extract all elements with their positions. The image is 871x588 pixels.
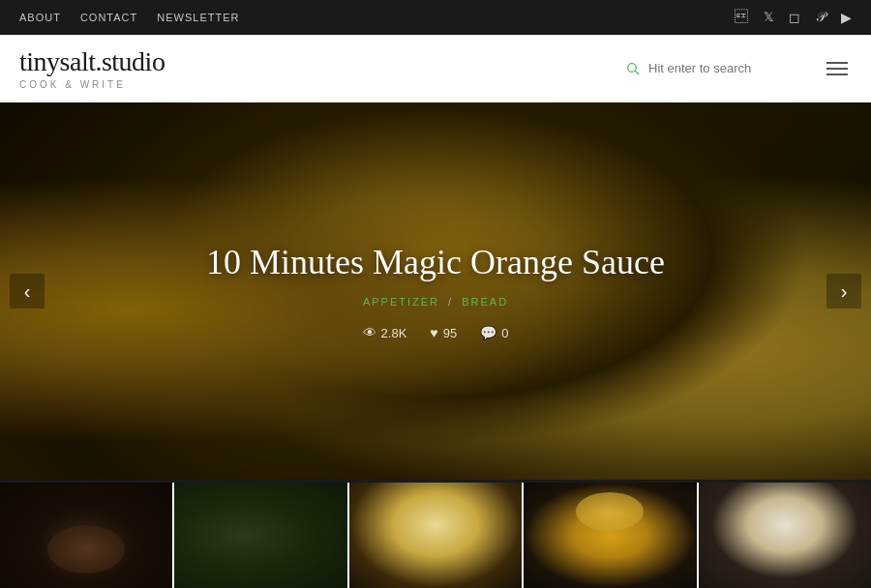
likes-count: 95 [443,326,457,340]
hero-title: 10 Minutes Magic Orange Sauce [206,242,665,282]
thumbnail-3[interactable] [349,483,524,588]
site-logo[interactable]: tinysalt.studio COOK & WRITE [19,46,165,90]
site-header: tinysalt.studio COOK & WRITE [0,35,871,103]
nav-about[interactable]: ABOUT [19,12,61,23]
category-separator: / [448,296,453,308]
hamburger-line3 [826,74,848,75]
logo-main-text: tinysalt.studio [19,46,165,77]
header-right [625,58,852,79]
thumbnail-5[interactable] [699,483,871,588]
thumb-image-2 [174,483,346,588]
comments-stat: 💬 0 [480,325,508,340]
thumb-image-3 [349,483,522,588]
thumbnail-4[interactable] [524,483,698,588]
hamburger-menu[interactable] [823,58,852,79]
thumbnail-2[interactable] [174,483,348,588]
top-nav: ABOUT CONTACT NEWSLETTER [19,12,239,23]
top-bar: ABOUT CONTACT NEWSLETTER  𝕏 ◻ 𝒫 ▶ [0,0,871,35]
slider-prev-button[interactable]: ‹ [10,274,45,309]
logo-sub-text: COOK & WRITE [19,79,126,90]
svg-line-1 [635,71,639,74]
hamburger-line2 [826,68,848,70]
thumb-image-4 [524,483,696,588]
thumb-image-1 [0,483,172,588]
svg-point-0 [628,63,637,72]
slider-next-button[interactable]: › [826,274,861,309]
views-count: 2.8K [381,326,407,340]
hero-category1[interactable]: APPETIZER [363,296,439,308]
hero-stats: 👁 2.8K ♥ 95 💬 0 [206,325,665,340]
nav-contact[interactable]: CONTACT [80,12,137,23]
hero-section: 10 Minutes Magic Orange Sauce APPETIZER … [0,103,871,480]
pinterest-icon[interactable]: 𝒫 [816,10,826,25]
hero-category2[interactable]: BREAD [462,296,508,308]
thumbnail-1[interactable] [0,483,174,588]
facebook-icon[interactable]:  [735,10,748,25]
comments-icon: 💬 [480,325,496,340]
thumb-image-5 [699,483,871,588]
instagram-icon[interactable]: ◻ [789,10,800,26]
twitter-icon[interactable]: 𝕏 [764,10,773,25]
likes-stat: ♥ 95 [430,325,457,340]
likes-icon: ♥ [430,325,437,340]
hero-background: 10 Minutes Magic Orange Sauce APPETIZER … [0,103,871,480]
social-icons:  𝕏 ◻ 𝒫 ▶ [735,10,852,26]
views-stat: 👁 2.8K [363,325,407,340]
views-icon: 👁 [363,325,376,340]
youtube-icon[interactable]: ▶ [841,10,852,26]
search-area[interactable] [625,61,803,76]
hero-content: 10 Minutes Magic Orange Sauce APPETIZER … [206,242,665,340]
comments-count: 0 [501,326,508,340]
search-input[interactable] [648,61,803,75]
hamburger-line1 [826,62,848,64]
thumbnail-strip [0,480,871,588]
nav-newsletter[interactable]: NEWSLETTER [157,12,239,23]
search-icon [625,61,641,76]
hero-categories: APPETIZER / BREAD [206,296,665,308]
